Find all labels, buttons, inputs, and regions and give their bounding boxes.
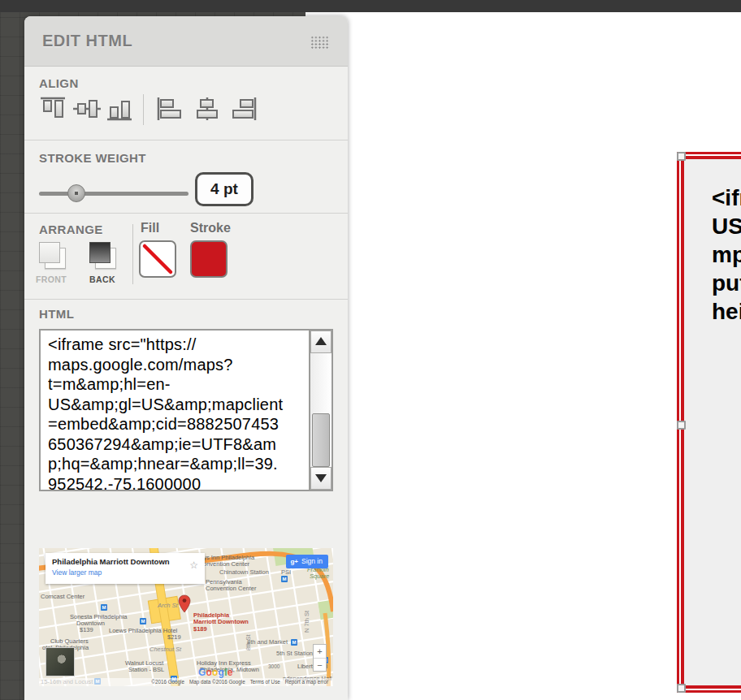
selection-handle-bottom-left[interactable] (677, 684, 686, 693)
star-icon[interactable]: ☆ (189, 560, 198, 571)
back-icon-front-square (89, 242, 110, 263)
map-label: Marriott Downtown (193, 619, 249, 625)
attribution-item[interactable]: Terms of Use (250, 679, 280, 685)
attribution-item[interactable]: ©2016 Google (151, 679, 184, 685)
align-right-button[interactable] (228, 96, 258, 122)
no-fill-icon (141, 242, 175, 276)
section-divider (24, 299, 348, 300)
arrange-section-label: ARRANGE (39, 223, 103, 236)
selection-handle-top-left[interactable] (677, 152, 686, 161)
selected-html-frame-shape[interactable]: <iframe src="https://maps.goo US&amp;gl=… (681, 156, 741, 689)
html-code-textarea[interactable]: <iframe src="https:// maps.google.com/ma… (39, 329, 333, 491)
panel-header: EDIT HTML (24, 16, 348, 67)
attribution-item[interactable]: Map data ©2016 Google (189, 679, 245, 685)
send-to-back-button[interactable] (89, 242, 117, 270)
stroke-label: Stroke (190, 221, 231, 235)
map-info-card: Philadelphia Marriott Downtown ☆ View la… (46, 553, 205, 584)
map-label: 8th St (245, 634, 252, 650)
stroke-color-swatch[interactable] (190, 240, 228, 278)
arrow-up-icon (315, 337, 327, 345)
fill-swatch-none[interactable] (139, 240, 176, 278)
map-label: N 7th St (304, 611, 310, 633)
align-top-icon (37, 96, 68, 122)
arrow-down-icon (315, 474, 327, 482)
top-window-bar (0, 0, 741, 12)
align-right-icon (228, 96, 258, 122)
html-section-label: HTML (39, 307, 74, 321)
align-middle-icon (72, 96, 102, 122)
back-label: BACK (89, 274, 115, 284)
textarea-scrollbar[interactable] (309, 331, 332, 490)
map-label: Comcast Center (41, 594, 84, 600)
front-label: FRONT (36, 274, 67, 284)
align-center-icon (192, 96, 223, 122)
satellite-view-thumbnail[interactable] (46, 647, 75, 676)
stroke-weight-slider[interactable] (39, 192, 188, 196)
align-bottom-button[interactable] (104, 96, 135, 122)
metro-station-icon: M (140, 618, 146, 624)
metro-station-icon: M (281, 576, 288, 582)
selection-handle-mid-left[interactable] (677, 421, 686, 430)
document-canvas[interactable]: <iframe src="https://maps.goo US&amp;gl=… (306, 12, 741, 700)
front-icon-front-square (39, 242, 60, 263)
scrollbar-thumb[interactable] (312, 413, 330, 467)
map-label: Convention Center (206, 585, 257, 592)
google-logo: Google (198, 667, 233, 678)
stroke-weight-label: STROKE WEIGHT (39, 151, 146, 165)
scroll-up-button[interactable] (310, 331, 332, 353)
map-attribution[interactable]: ©2016 GoogleMap data ©2016 GoogleTerms o… (39, 678, 333, 686)
map-place-title: Philadelphia Marriott Downtown (52, 557, 198, 566)
stroke-weight-value[interactable]: 4 pt (195, 172, 254, 206)
map-label: 3000 (268, 663, 280, 670)
align-middle-button[interactable] (72, 96, 102, 122)
align-group-divider (143, 94, 144, 125)
map-label: $139 (80, 627, 93, 633)
align-section-label: ALIGN (39, 76, 79, 90)
map-preview[interactable]: ays Inn Philadelphiaonvention CenterChin… (39, 548, 333, 686)
map-label: 8th and Market (247, 639, 288, 646)
view-larger-map-link[interactable]: View larger map (52, 568, 198, 577)
map-sign-in-button[interactable]: g+Sign in (286, 555, 328, 568)
section-divider (24, 213, 348, 214)
map-zoom-out-button[interactable]: − (314, 659, 326, 672)
bring-to-front-button[interactable] (39, 242, 67, 270)
edit-html-panel: EDIT HTML ALIGN (24, 16, 348, 700)
align-center-button[interactable] (192, 96, 223, 122)
map-label: $219 (167, 634, 181, 641)
map-label: Station - BSL (128, 667, 164, 673)
map-label: $189 (193, 626, 207, 633)
align-left-icon (156, 96, 187, 122)
scroll-down-button[interactable] (310, 467, 332, 490)
map-zoom-control: + − (313, 644, 327, 672)
map-label: onvention Center (203, 561, 249, 568)
section-divider (24, 140, 348, 140)
map-label: Arch St (158, 603, 178, 609)
map-label: PSI (281, 569, 291, 576)
slider-knob[interactable] (67, 184, 85, 202)
drag-grip-icon[interactable] (310, 36, 330, 50)
map-label: Square (310, 573, 329, 580)
arrange-fill-divider (132, 224, 133, 284)
google-plus-icon: g+ (290, 558, 298, 565)
align-left-button[interactable] (156, 96, 187, 122)
html-code-content: <iframe src="https:// maps.google.com/ma… (48, 335, 306, 490)
align-bottom-icon (104, 96, 135, 122)
align-top-button[interactable] (37, 96, 68, 122)
map-label: Chinatown Station (219, 569, 269, 576)
shape-html-code-text: <iframe src="https://maps.goo US&amp;gl=… (712, 184, 741, 677)
metro-station-icon: M (101, 604, 107, 611)
map-zoom-in-button[interactable]: + (314, 645, 326, 659)
metro-station-icon: M (291, 639, 297, 646)
map-label: Chestnut St (150, 646, 181, 653)
fill-label: Fill (141, 221, 159, 235)
attribution-item[interactable]: Report a map error (285, 679, 328, 685)
panel-title: EDIT HTML (42, 32, 132, 50)
